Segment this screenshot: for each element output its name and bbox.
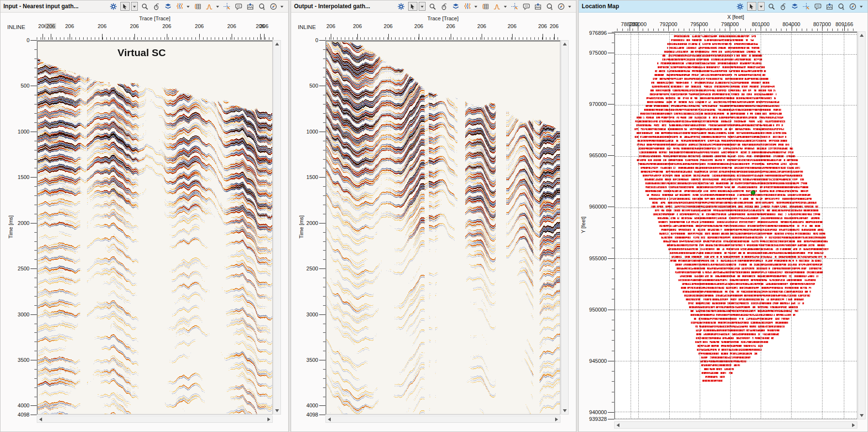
minor-tick [329, 37, 330, 40]
minor-tick [523, 37, 523, 40]
comment-icon[interactable] [813, 2, 823, 11]
select-mode-dropdown-icon[interactable] [758, 2, 765, 11]
seismic-view[interactable]: Virtual SC [37, 40, 273, 415]
minor-tick [633, 29, 633, 31]
compass-icon[interactable] [557, 2, 566, 11]
histogram-icon[interactable] [205, 2, 214, 11]
minor-tick [838, 29, 838, 31]
panel-titlebar[interactable]: Output - Interpolated gath... [291, 0, 576, 13]
minor-tick [164, 37, 165, 40]
major-tick [30, 40, 37, 41]
select-mode-icon[interactable] [747, 2, 756, 11]
histogram-dropdown-icon[interactable] [215, 2, 220, 11]
scroll-left-arrow-icon[interactable] [328, 417, 331, 421]
seismic-canvas [38, 42, 272, 414]
minor-tick [83, 37, 84, 40]
scroll-left-arrow-icon[interactable] [39, 417, 42, 421]
minor-tick [180, 37, 180, 40]
seismic-view[interactable] [325, 40, 560, 415]
minor-tick [469, 37, 469, 40]
settings-icon[interactable] [397, 2, 406, 11]
scroll-left-arrow-icon[interactable] [617, 423, 619, 427]
zoom-icon[interactable] [428, 2, 437, 11]
minor-tick [507, 37, 508, 40]
measure-icon[interactable] [545, 2, 554, 11]
compass-icon[interactable] [269, 2, 278, 11]
scroll-up-arrow-icon[interactable] [860, 34, 864, 37]
histogram-icon[interactable] [492, 2, 501, 11]
minor-tick [492, 37, 492, 40]
panel-titlebar[interactable]: Input - Nearest input gath... [0, 0, 288, 13]
horizontal-scrollbar[interactable] [614, 421, 857, 429]
minor-tick [79, 37, 80, 40]
measure-icon[interactable] [257, 2, 266, 11]
mouse-pointer-icon[interactable] [779, 2, 788, 11]
time-axis-labels: 050010001500200025003000350040004098 [291, 40, 318, 415]
scroll-down-arrow-icon[interactable] [860, 414, 864, 417]
scroll-right-arrow-icon[interactable] [267, 417, 270, 421]
vertical-scrollbar[interactable] [273, 40, 281, 415]
vertical-scrollbar[interactable] [858, 31, 866, 419]
compass-dropdown-icon[interactable] [280, 2, 284, 11]
mouse-pointer-icon[interactable] [440, 2, 449, 11]
zoom-icon[interactable] [140, 2, 149, 11]
scroll-down-arrow-icon[interactable] [275, 409, 279, 412]
scroll-right-arrow-icon[interactable] [555, 417, 558, 421]
panel-titlebar[interactable]: Location Map [579, 0, 868, 13]
spreadsheet-icon[interactable] [193, 2, 202, 11]
trace-axis-title: Trace [Trace] [37, 15, 273, 21]
select-mode-icon[interactable] [120, 2, 130, 11]
wiggle-display-dropdown-icon[interactable] [473, 2, 478, 11]
select-mode-dropdown-icon[interactable] [419, 2, 426, 11]
compass-icon[interactable] [848, 2, 857, 11]
zoom-icon[interactable] [767, 2, 776, 11]
horizontal-scrollbar[interactable] [325, 416, 560, 423]
major-tick [844, 25, 845, 31]
minor-tick [68, 37, 68, 40]
minor-tick [211, 37, 211, 40]
trace-tick-label: 206 [477, 23, 486, 29]
mouse-pointer-icon[interactable] [152, 2, 161, 11]
wiggle-display-icon[interactable] [463, 2, 472, 11]
pick-crosshair-icon[interactable] [222, 2, 232, 11]
dropdown-arrow-icon [280, 6, 283, 9]
snapshot-icon[interactable] [825, 2, 834, 11]
compass-dropdown-icon[interactable] [567, 2, 572, 11]
wiggle-display-dropdown-icon[interactable] [186, 2, 191, 11]
minor-tick [648, 29, 648, 31]
settings-icon[interactable] [736, 2, 745, 11]
layers-icon[interactable] [451, 2, 460, 11]
major-tick [319, 223, 325, 223]
dropdown-arrow-icon [860, 6, 863, 9]
snapshot-icon[interactable] [533, 2, 543, 11]
minor-tick [265, 37, 265, 40]
scroll-up-arrow-icon[interactable] [275, 43, 279, 45]
trace-tick-label: 206 [227, 23, 236, 29]
measure-icon[interactable] [837, 2, 846, 11]
map-view[interactable] [614, 31, 857, 419]
minor-tick [349, 37, 349, 40]
comment-icon[interactable] [234, 2, 243, 11]
pick-crosshair-icon[interactable] [802, 2, 811, 11]
spreadsheet-icon[interactable] [481, 2, 490, 11]
pick-crosshair-icon[interactable] [510, 2, 519, 11]
minor-tick [191, 37, 192, 40]
settings-icon[interactable] [109, 2, 118, 11]
compass-dropdown-icon[interactable] [859, 2, 864, 11]
select-mode-icon[interactable] [408, 2, 417, 11]
snapshot-icon[interactable] [246, 2, 255, 11]
scroll-right-arrow-icon[interactable] [852, 423, 855, 427]
minor-tick [168, 37, 169, 40]
scroll-up-arrow-icon[interactable] [563, 43, 567, 45]
minor-tick [399, 37, 399, 40]
select-mode-dropdown-icon[interactable] [131, 2, 138, 11]
layers-icon[interactable] [163, 2, 173, 11]
wiggle-display-icon[interactable] [175, 2, 184, 11]
scroll-down-arrow-icon[interactable] [563, 409, 567, 412]
histogram-dropdown-icon[interactable] [503, 2, 508, 11]
horizontal-scrollbar[interactable] [37, 416, 273, 423]
layers-icon[interactable] [790, 2, 799, 11]
vertical-scrollbar[interactable] [561, 40, 569, 415]
comment-icon[interactable] [522, 2, 531, 11]
minor-tick [715, 29, 715, 31]
